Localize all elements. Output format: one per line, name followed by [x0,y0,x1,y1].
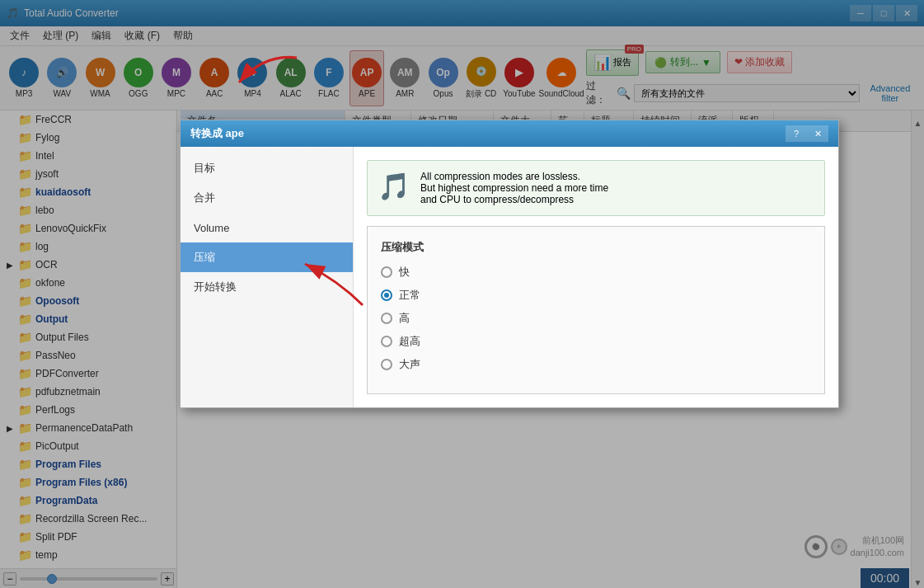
radio-high[interactable] [381,313,392,324]
dialog-body: 目标 合并 Volume 压缩 开始转换 [181,147,838,407]
radio-option-loud[interactable]: 大声 [381,357,811,372]
dialog-nav-start[interactable]: 开始转换 [181,272,353,302]
dialog-help-button[interactable]: ? [786,125,807,142]
dialog-overlay: 转换成 ape ? ✕ 目标 合并 Volume [0,0,924,588]
radio-normal[interactable] [381,289,392,301]
compression-box: 压缩模式 快 正常 高 [367,226,825,394]
info-text: All compression modes are lossless. But … [420,171,608,205]
convert-dialog: 转换成 ape ? ✕ 目标 合并 Volume [180,120,839,408]
radio-ultra[interactable] [381,336,392,347]
dialog-title: 转换成 ape [190,126,786,141]
radio-loud[interactable] [381,359,392,370]
compression-title: 压缩模式 [381,240,811,255]
dialog-content: 🎵 All compression modes are lossless. Bu… [354,147,838,407]
radio-option-ultra[interactable]: 超高 [381,334,811,349]
dialog-nav-volume[interactable]: Volume [181,213,353,242]
info-icon: 🎵 [378,171,410,202]
radio-option-high[interactable]: 高 [381,311,811,326]
radio-option-fast[interactable]: 快 [381,265,811,280]
dialog-title-bar: 转换成 ape ? ✕ [181,120,838,147]
dialog-nav: 目标 合并 Volume 压缩 开始转换 [181,147,354,407]
dialog-nav-compression[interactable]: 压缩 [181,242,353,272]
dialog-nav-target[interactable]: 目标 [181,153,353,183]
info-box: 🎵 All compression modes are lossless. Bu… [367,160,825,216]
dialog-close-button[interactable]: ✕ [807,125,828,142]
radio-fast[interactable] [381,266,392,278]
radio-option-normal[interactable]: 正常 [381,288,811,303]
dialog-nav-merge[interactable]: 合并 [181,183,353,213]
